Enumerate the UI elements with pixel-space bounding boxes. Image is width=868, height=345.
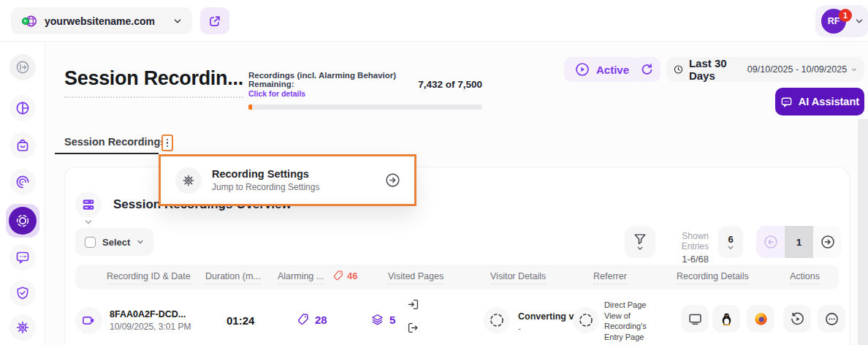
- site-name: yourwebsitename.com: [45, 15, 155, 27]
- ai-assistant-label: AI Assistant: [799, 96, 859, 107]
- referrer-text: Direct Page View of Recording's Entry Pa…: [604, 300, 658, 342]
- os-badge: [712, 305, 740, 333]
- quota-progress-bar: [248, 105, 482, 110]
- browser-badge: [747, 305, 774, 333]
- quota-value: 7,432 of 7,500: [418, 79, 482, 90]
- quota-details-link[interactable]: Click for details: [248, 89, 482, 98]
- shown-entries-label: Shown Entries: [656, 231, 709, 251]
- chevron-down-icon[interactable]: [84, 219, 93, 226]
- anonymous-visitor-icon: [488, 311, 506, 329]
- device-type-badge: [681, 305, 709, 333]
- recording-settings-menu-item[interactable]: Recording Settings Jump to Recording Set…: [159, 154, 416, 206]
- session-recording-icon: [15, 213, 31, 229]
- external-link-icon: [208, 15, 221, 28]
- app-screen: yourwebsitename.com RF 1: [0, 0, 868, 345]
- clock-icon: [674, 63, 683, 76]
- chat-bubble-icon: [15, 249, 31, 265]
- menu-item-subtitle: Jump to Recording Settings: [212, 182, 319, 192]
- referrer-avatar: [573, 307, 599, 333]
- previous-page-button[interactable]: [756, 226, 785, 258]
- date-range-selector[interactable]: Last 30 Days 09/10/2025 - 10/09/2025: [666, 57, 864, 82]
- anonymous-referrer-icon: [577, 311, 595, 329]
- visitor-sub: -: [518, 324, 521, 334]
- firefox-icon: [753, 311, 769, 327]
- select-checkbox[interactable]: [85, 237, 96, 248]
- page-size-selector[interactable]: 6: [718, 227, 743, 258]
- chevron-down-icon: [727, 245, 734, 251]
- col-duration: Duration (m...: [205, 271, 261, 284]
- scrollbar-track[interactable]: [858, 119, 868, 345]
- col-recording-details: Recording Details: [677, 271, 749, 284]
- chevron-down-icon: [636, 246, 644, 251]
- filter-button[interactable]: [625, 227, 655, 258]
- recording-duration: 01:24: [226, 314, 254, 327]
- gear-icon-circle: [175, 167, 202, 194]
- range-label: Last 30 Days: [689, 57, 737, 82]
- recording-camera-icon[interactable]: [75, 307, 102, 334]
- ellipsis-circle-icon: [824, 311, 840, 327]
- arrow-right-circle-icon[interactable]: [384, 172, 401, 189]
- sidebar-item-feedback[interactable]: [9, 244, 36, 270]
- shopping-bag-icon: [15, 137, 31, 153]
- col-alarming: Alarming ...: [278, 271, 324, 284]
- range-dates: 09/10/2025 - 10/09/2025: [747, 64, 847, 75]
- table-header-row: Recording ID & Date Duration (m... Alarm…: [75, 265, 839, 289]
- status-active-button[interactable]: Active: [564, 57, 640, 82]
- refresh-button[interactable]: [633, 57, 660, 82]
- open-site-button[interactable]: [200, 7, 229, 34]
- tab-options-kebab-button[interactable]: [161, 134, 173, 151]
- video-camera-icon: [81, 313, 96, 328]
- tab-session-recordings[interactable]: Session Recordings: [64, 136, 166, 148]
- page-title: Session Recordin...: [64, 67, 243, 98]
- quota-label: Recordings (incl. Alarming Behavior) Rem…: [248, 71, 414, 88]
- spiral-icon: [15, 174, 31, 190]
- gear-icon: [15, 319, 31, 335]
- select-label: Select: [102, 237, 130, 248]
- sidebar-item-collapse[interactable]: [9, 54, 36, 80]
- site-favicon-icon: [21, 13, 37, 29]
- ai-chat-icon: [780, 96, 793, 108]
- replay-button[interactable]: [783, 305, 811, 333]
- alarming-behavior-count: 28: [297, 313, 327, 326]
- table-row[interactable]: 8FAA0A2F-DCD... 10/09/2025, 3:01 PM 01:2…: [75, 292, 839, 345]
- visited-pages-count: 5: [370, 313, 395, 327]
- linux-icon: [719, 311, 734, 327]
- sidebar: [0, 42, 45, 345]
- pie-chart-icon: [15, 100, 31, 116]
- chevron-down-icon: [173, 17, 182, 26]
- sidebar-item-commerce[interactable]: [9, 132, 36, 159]
- sidebar-item-compliance[interactable]: [9, 280, 36, 306]
- arrow-right-circle-icon: [820, 234, 836, 250]
- next-page-button[interactable]: [813, 226, 842, 258]
- sidebar-item-session-recordings[interactable]: [6, 204, 39, 238]
- tab-active-underline: [55, 153, 159, 154]
- page-number[interactable]: 1: [785, 226, 813, 258]
- col-recording-id-date: Recording ID & Date: [107, 271, 191, 284]
- site-selector[interactable]: yourwebsitename.com: [11, 7, 192, 34]
- account-menu[interactable]: RF 1: [815, 5, 868, 37]
- col-alarming-total: 46: [332, 270, 357, 281]
- layers-icon: [370, 313, 384, 327]
- ai-assistant-button[interactable]: AI Assistant: [775, 88, 864, 115]
- overview-section-icon[interactable]: [75, 192, 102, 218]
- gear-icon: [181, 173, 196, 188]
- notification-badge: 1: [839, 9, 852, 22]
- sidebar-item-dashboard[interactable]: [9, 95, 36, 121]
- sidebar-item-settings[interactable]: [9, 314, 36, 341]
- chevron-down-icon: [137, 238, 144, 246]
- arrow-left-circle-icon: [763, 234, 779, 250]
- server-icon: [81, 197, 96, 212]
- sidebar-item-funnels[interactable]: [9, 169, 36, 195]
- funnel-icon: [633, 233, 647, 245]
- more-options-button[interactable]: [818, 305, 845, 333]
- pagination: 1: [756, 226, 842, 258]
- select-dropdown[interactable]: Select: [75, 228, 153, 256]
- col-visited-pages: Visited Pages: [388, 271, 443, 284]
- shield-check-icon: [15, 285, 31, 301]
- exit-page-icon: [407, 322, 419, 334]
- tag-icon: [297, 313, 310, 326]
- recording-date: 10/09/2025, 3:01 PM: [110, 322, 191, 332]
- status-label: Active: [596, 64, 629, 76]
- visitor-segment: Converting v: [518, 311, 574, 322]
- desktop-icon: [688, 311, 703, 327]
